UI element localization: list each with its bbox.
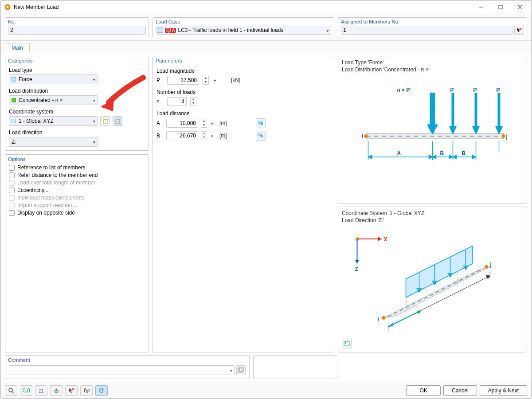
a-percent-button[interactable]: %	[256, 118, 266, 128]
svg-text:B: B	[440, 150, 444, 156]
tool-palette-button[interactable]	[95, 385, 108, 396]
svg-marker-25	[496, 126, 503, 134]
svg-point-1	[7, 6, 8, 8]
svg-text:Z: Z	[355, 266, 358, 272]
loadcase-select[interactable]: QI A LC3 - Traffic loads in field 1 - in…	[156, 26, 331, 35]
svg-text:P: P	[450, 87, 454, 93]
a-input[interactable]	[166, 119, 198, 128]
load-distribution-select[interactable]: Concentrated - n × ▾	[9, 95, 98, 105]
svg-text:x²: x²	[86, 388, 90, 394]
n-spinner[interactable]: ▲▼	[190, 97, 196, 106]
option-mass-components: Individual mass components	[9, 195, 145, 201]
b-input[interactable]	[166, 131, 198, 140]
comment-input[interactable]: ▾	[9, 365, 235, 375]
load-distribution-diagram: i j n × P P P P	[342, 75, 523, 176]
arrow-right-icon[interactable]: ▸	[211, 121, 217, 125]
b-percent-button[interactable]: %	[256, 131, 266, 141]
svg-point-56	[382, 316, 386, 320]
comment-library-button[interactable]	[236, 365, 246, 375]
diagram-view-button[interactable]	[342, 339, 352, 348]
app-icon	[4, 4, 11, 11]
chevron-down-icon: ▾	[93, 119, 95, 124]
body: Categories Load type Force ▾ Load distri…	[0, 53, 532, 355]
svg-text:A: A	[397, 150, 401, 156]
n-symbol: n	[156, 98, 164, 105]
tool-units-button[interactable]: 0,00	[20, 385, 32, 396]
load-direction-select[interactable]: Zₗ ▾	[9, 137, 98, 147]
svg-text:0,00: 0,00	[23, 388, 30, 393]
svg-marker-19	[427, 125, 438, 134]
diagram-bottom-text: Coordinate System '1 - Global XYZ' Load …	[342, 210, 523, 224]
option-over-total: Load over total length of member	[9, 180, 145, 186]
svg-marker-43	[473, 155, 476, 159]
option-opposite-side[interactable]: Display on opposite side	[9, 210, 145, 216]
a-unit: [m]	[219, 120, 233, 126]
svg-marker-38	[368, 155, 372, 159]
svg-text:i: i	[362, 133, 363, 140]
svg-text:P: P	[473, 87, 477, 93]
svg-text:j: j	[490, 262, 492, 268]
arrow-right-icon[interactable]: ▸	[211, 133, 217, 138]
close-button[interactable]	[510, 1, 530, 13]
option-eccentricity[interactable]: Eccentricity...	[9, 187, 145, 193]
no-input[interactable]	[8, 26, 146, 35]
b-unit: [m]	[219, 133, 233, 139]
a-spinner[interactable]: ▲▼	[201, 119, 207, 128]
svg-text:X: X	[384, 236, 387, 243]
p-input[interactable]	[167, 76, 199, 85]
coord-sys-value: 1 - Global XYZ	[19, 118, 54, 124]
svg-rect-8	[103, 119, 107, 123]
arrow-right-icon[interactable]: ▸	[214, 78, 227, 82]
cancel-button[interactable]: Cancel	[443, 385, 477, 396]
chevron-down-icon: ▾	[230, 368, 232, 373]
options-title: Options	[8, 156, 146, 162]
svg-point-14	[364, 134, 368, 138]
ok-button[interactable]: OK	[406, 385, 441, 396]
tool-cloud-button[interactable]	[50, 385, 63, 396]
tool-search-button[interactable]	[5, 385, 17, 396]
b-spinner[interactable]: ▲▼	[201, 131, 207, 140]
edit-coord-button[interactable]	[113, 116, 122, 126]
maximize-button[interactable]	[491, 1, 510, 13]
svg-marker-21	[450, 126, 457, 134]
svg-point-82	[9, 388, 12, 392]
pick-members-button[interactable]	[514, 26, 524, 35]
chevron-down-icon: ▾	[93, 77, 95, 82]
diagram-top-panel: Load Type 'Force' Load Distribution 'Con…	[338, 56, 527, 204]
tool-delete-pick-button[interactable]	[65, 385, 78, 396]
svg-marker-74	[486, 275, 490, 279]
svg-point-9	[103, 119, 104, 120]
checkbox-icon	[9, 180, 15, 186]
tab-row: Main	[0, 41, 532, 53]
new-coord-button[interactable]	[100, 116, 110, 126]
force-swatch-icon	[12, 77, 16, 82]
parameters-title: Parameters	[156, 58, 331, 63]
chevron-down-icon: ▾	[93, 98, 95, 103]
footer: 0,00 fx² OK Cancel Apply & Next	[0, 382, 532, 399]
apply-next-button[interactable]: Apply & Next	[480, 385, 527, 396]
coord-sys-select[interactable]: 1 - Global XYZ ▾	[9, 116, 98, 126]
minimize-button[interactable]	[471, 1, 491, 13]
svg-marker-52	[355, 260, 360, 263]
comment-row: Comment ▾	[0, 355, 532, 382]
load-type-select[interactable]: Force ▾	[9, 74, 98, 84]
svg-text:n × P: n × P	[397, 87, 410, 93]
option-refer-end[interactable]: Refer distance to the member end	[9, 172, 145, 178]
tab-main[interactable]: Main	[5, 43, 30, 53]
chevron-down-icon: ▾	[326, 27, 329, 34]
svg-rect-3	[499, 5, 502, 9]
checkbox-icon	[9, 210, 15, 216]
option-import-reaction: Import support reaction...	[9, 202, 145, 208]
b-symbol: B	[156, 133, 164, 139]
coord-swatch-icon	[12, 119, 16, 123]
header-assigned-box: Assigned to Members No.	[338, 17, 527, 37]
assigned-input[interactable]	[341, 26, 512, 35]
option-reference-list[interactable]: Reference to list of members	[9, 164, 145, 171]
n-input[interactable]	[167, 97, 187, 106]
p-spinner[interactable]: ▲▼	[203, 76, 209, 85]
tool-structure-button[interactable]	[35, 385, 47, 396]
tool-function-button[interactable]: fx²	[80, 385, 93, 396]
svg-marker-49	[378, 237, 382, 241]
load-type-value: Force	[19, 76, 32, 82]
checkbox-icon	[9, 188, 15, 193]
